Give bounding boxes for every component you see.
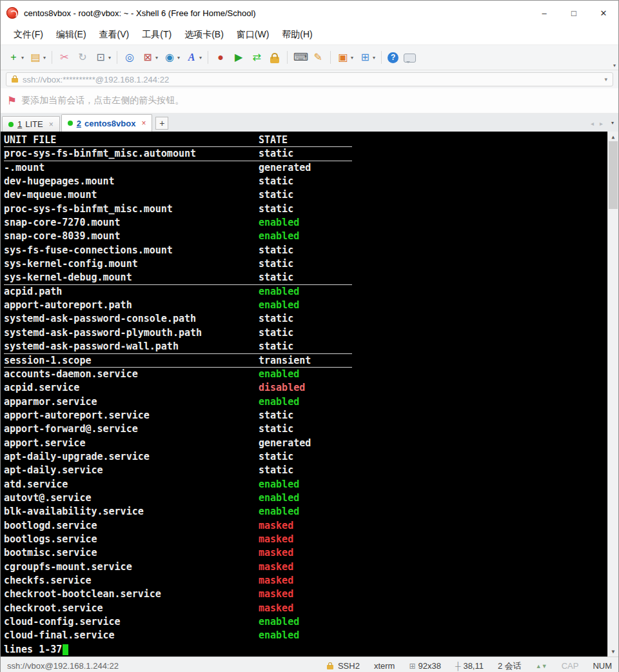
pager-prompt-row: lines 1-37 [4, 643, 352, 657]
status-screen-size: ⊞92x38 [409, 661, 440, 671]
state-cell: masked [259, 560, 293, 574]
tab-menu-caret[interactable]: ▾ [611, 120, 614, 126]
new-window-dropdown-caret[interactable]: ▾ [351, 55, 353, 61]
tab-label: LITE [25, 119, 43, 129]
info-text: 要添加当前会话，点击左侧的箭头按钮。 [21, 95, 184, 106]
tab-close-icon[interactable]: × [141, 119, 146, 128]
session-properties-dropdown-caret[interactable]: ▾ [108, 55, 111, 61]
open-folder-icon: ▤ [29, 51, 42, 64]
package-icon: ⊠ [141, 51, 154, 64]
scrollbar-down-icon[interactable]: ▼ [608, 646, 618, 657]
unit-file-cell: sys-kernel-debug.mount [4, 271, 259, 284]
terminal-scrollbar[interactable]: ▲ ▼ [607, 132, 618, 657]
tab-centos8vbox[interactable]: 2centos8vbox× [61, 114, 153, 132]
tab-label: centos8vbox [84, 119, 135, 128]
terminal-row: cloud-final.serviceenabled [4, 629, 352, 642]
unit-file-cell: apport.service [4, 437, 259, 450]
state-cell: masked [259, 519, 293, 533]
terminal-row: apport-autoreport.pathenabled [4, 299, 352, 312]
menu-item-window[interactable]: 窗口(W) [230, 26, 276, 43]
state-cell: enabled [259, 395, 299, 409]
status-cursor-position: ┼38,11 [455, 661, 484, 671]
tab-scroll-left-icon[interactable]: ◂ [591, 120, 594, 127]
menu-item-tab[interactable]: 选项卡(B) [178, 26, 230, 43]
unit-file-cell: apport-autoreport.path [4, 299, 259, 312]
state-cell: generated [259, 161, 311, 175]
open-folder-dropdown-caret[interactable]: ▾ [43, 55, 46, 61]
tab-close-icon[interactable]: × [49, 120, 54, 129]
state-cell: static [259, 257, 293, 271]
find-icon: ◎ [123, 51, 136, 64]
unit-file-cell: -.mount [4, 161, 259, 175]
tab-scroll-arrows[interactable]: ◂▸ [591, 120, 603, 127]
new-session-button[interactable]: +▾ [5, 50, 26, 65]
state-cell: static [259, 147, 293, 160]
menu-item-tools[interactable]: 工具(T) [135, 26, 178, 43]
status-scroll-indicators: ▲▼ [536, 663, 547, 669]
pager-prompt-text: lines 1-37 [4, 643, 62, 657]
new-session-dropdown-caret[interactable]: ▾ [21, 55, 24, 61]
keyboard-button[interactable]: ⌨ [291, 50, 308, 65]
package-dropdown-caret[interactable]: ▾ [155, 55, 158, 61]
comment-icon [404, 54, 416, 63]
tab-bar: 1LITE×2centos8vbox×+◂▸ ▾ [1, 114, 618, 132]
toolbar-separator [52, 51, 52, 64]
state-cell: disabled [259, 381, 305, 395]
menu-item-help[interactable]: 帮助(H) [275, 26, 319, 43]
terminal-row: apparmor.serviceenabled [4, 395, 352, 409]
address-dropdown-caret[interactable]: ▾ [604, 76, 607, 83]
unit-file-cell: checkfs.service [4, 574, 259, 588]
new-tab-button[interactable]: + [155, 117, 168, 130]
find-button[interactable]: ◎ [121, 50, 138, 65]
tab-LITE[interactable]: 1LITE× [2, 116, 60, 132]
reconnect-button[interactable]: ↻ [74, 50, 91, 65]
session-properties-icon: ⊡ [94, 51, 107, 64]
session-properties-button[interactable]: ⊡▾ [92, 50, 113, 65]
sync-button[interactable]: ⇄ [248, 50, 265, 65]
terminal[interactable]: UNIT FILESTATEproc-sys-fs-binfmt_misc.au… [1, 132, 618, 657]
font-icon: A [185, 51, 198, 64]
unit-file-cell: systemd-ask-password-plymouth.path [4, 326, 259, 340]
unit-file-cell: atd.service [4, 478, 259, 491]
lock-button[interactable] [266, 51, 283, 64]
globe-dropdown-caret[interactable]: ▾ [177, 55, 180, 61]
scrollbar-up-icon[interactable]: ▲ [608, 132, 618, 142]
terminal-row: apt-daily.servicestatic [4, 464, 352, 477]
record-button[interactable]: ● [212, 50, 229, 65]
new-window-button[interactable]: ▣▾ [335, 50, 355, 65]
package-button[interactable]: ⊠▾ [139, 50, 160, 65]
scrollbar-thumb[interactable] [609, 141, 618, 209]
disconnect-button[interactable]: ✂ [56, 50, 73, 65]
font-dropdown-caret[interactable]: ▾ [199, 55, 202, 61]
terminal-row: session-1.scopetransient [4, 354, 352, 368]
tab-scroll-right-icon[interactable]: ▸ [600, 120, 603, 127]
layout-dropdown-caret[interactable]: ▾ [373, 55, 375, 61]
state-cell: static [259, 175, 293, 188]
status-ssh-version: SSH2 [327, 661, 360, 671]
terminal-row: snap-core-8039.mountenabled [4, 230, 352, 243]
highlight-pen-icon: ✎ [311, 51, 324, 64]
window-title: centos8vbox - root@vbox: ~ - Xshell 6 (F… [24, 8, 256, 18]
font-button[interactable]: A▾ [183, 50, 204, 65]
minimize-button[interactable]: – [529, 1, 559, 25]
menu-item-edit[interactable]: 编辑(E) [50, 26, 93, 43]
layout-button[interactable]: ⊞▾ [357, 50, 377, 65]
agent-button[interactable]: ▶ [230, 50, 247, 65]
toolbar-overflow-caret[interactable]: ▾ [613, 63, 616, 68]
highlight-pen-button[interactable]: ✎ [310, 50, 326, 65]
terminal-row: acpid.servicedisabled [4, 381, 352, 395]
comment-button[interactable] [402, 51, 418, 64]
terminal-content: UNIT FILESTATEproc-sys-fs-binfmt_misc.au… [4, 133, 352, 657]
state-cell: enabled [259, 505, 299, 519]
help-button[interactable]: ? [386, 51, 400, 64]
address-input[interactable]: ssh://vbox:**********@192.168.1.244:22 ▾ [6, 72, 613, 86]
menu-item-file[interactable]: 文件(F) [7, 26, 50, 43]
menu-item-view[interactable]: 查看(V) [93, 26, 136, 43]
reconnect-icon: ↻ [76, 51, 89, 64]
open-folder-button[interactable]: ▤▾ [27, 50, 48, 65]
status-terminal-type: xterm [374, 661, 395, 671]
close-button[interactable]: ✕ [589, 1, 618, 25]
toolbar-separator [381, 51, 382, 64]
globe-button[interactable]: ◉▾ [161, 50, 182, 65]
maximize-button[interactable]: □ [559, 1, 589, 25]
